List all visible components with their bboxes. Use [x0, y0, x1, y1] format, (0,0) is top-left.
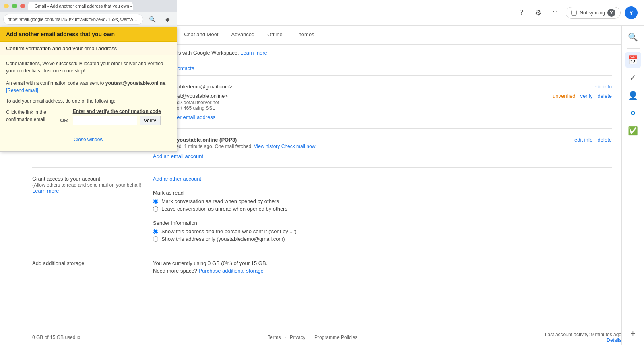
tab-chat[interactable]: Chat and Meet [178, 26, 225, 44]
terms-link[interactable]: Terms [268, 335, 281, 340]
details-link[interactable]: Details [607, 337, 621, 343]
modal-verify-row: Click the link in the confirmation email… [6, 109, 171, 132]
policies-link[interactable]: Programme Policies [314, 335, 357, 340]
close-window-link[interactable]: Close window [74, 137, 103, 142]
modal-code-label: Enter and verify the confirmation code [73, 109, 171, 114]
edit-info-link-1[interactable]: edit info [593, 84, 612, 90]
modal-header-title: Add another email address that you own [6, 31, 171, 37]
header-right: ? ⚙ ∷ Not syncing Y Y [515, 6, 638, 19]
add-email-account-link[interactable]: Add an email account [153, 153, 203, 159]
check-email-content: youtest@youstable.online (POP3) Last che… [153, 137, 612, 159]
grant-access-label: Grant access to your account: (Allow oth… [32, 176, 153, 244]
sender-info-option-2: Show this address only (youstabledemo@gm… [153, 236, 612, 242]
sidebar-contacts-icon[interactable]: 👤 [625, 87, 641, 103]
not-syncing-label: Not syncing [580, 10, 605, 16]
modal-window: Add another email address that you own C… [0, 27, 177, 152]
mark-read-option-2: Leave conversation as unread when opened… [153, 206, 612, 212]
minimize-btn[interactable] [4, 4, 9, 8]
mark-as-read-group: Mark as read Mark conversation as read w… [153, 190, 612, 212]
sidebar-calendar-icon[interactable]: 📅 [625, 52, 641, 68]
footer-links: Terms · Privacy · Programme Policies [268, 335, 357, 340]
modal-header: Add another email address that you own [0, 27, 177, 42]
or-text: OR [60, 117, 68, 123]
grant-access-content: Add another account Mark as read Mark co… [153, 176, 612, 244]
maximize-btn[interactable] [12, 4, 17, 8]
confirmation-email: youtest@youstable.online [105, 80, 165, 86]
mark-as-read-label: Mark as read [153, 190, 612, 196]
sidebar-checklist-icon[interactable]: ✅ [625, 123, 641, 139]
or-line-top [64, 109, 64, 117]
sender-info-radio-2[interactable] [153, 236, 158, 242]
modal-confirmation-info: An email with a confirmation code was se… [6, 80, 171, 94]
sender-info-label: Sender information [153, 220, 612, 226]
user-avatar[interactable]: Y [625, 6, 638, 19]
verify-button[interactable]: Verify [140, 116, 161, 125]
verify-link[interactable]: verify [580, 93, 593, 99]
check-mail-now-link[interactable]: Check mail now [281, 144, 316, 149]
learn-more-link[interactable]: Learn more [240, 50, 267, 56]
confirmation-code-input[interactable] [73, 116, 137, 125]
avatar[interactable]: Y [607, 9, 615, 17]
mark-read-radio-2[interactable] [153, 206, 158, 212]
storage-label: Add additional storage: [32, 260, 153, 274]
pop3-delete-link[interactable]: delete [598, 137, 612, 143]
pop3-edit-link[interactable]: edit info [574, 137, 593, 143]
pop3-actions: edit info delete [574, 137, 612, 143]
modal-instruction: To add your email address, do one of the… [6, 97, 171, 105]
tab-themes[interactable]: Themes [289, 26, 321, 44]
close-btn[interactable] [20, 4, 25, 8]
tab-advanced[interactable]: Advanced [225, 26, 261, 44]
help-icon[interactable]: ? [515, 6, 528, 19]
modal-subheader: Confirm verification and add your email … [0, 42, 177, 55]
mark-read-option-1: Mark conversation as read when opened by… [153, 198, 612, 204]
sidebar-search-icon[interactable]: 🔍 [625, 29, 641, 45]
view-history-link[interactable]: View history [254, 144, 280, 149]
last-activity: Last account activity: 9 minutes ago Det… [545, 332, 621, 343]
browser-tab[interactable]: Gmail - Add another email address that y… [28, 2, 133, 10]
sidebar-divider-1 [627, 48, 640, 49]
modal-or: OR [60, 109, 68, 132]
sender-info-label-2: Show this address only (youstabledemo@gm… [161, 236, 285, 242]
sender-info-group: Sender information Show this address and… [153, 220, 612, 242]
not-syncing-badge[interactable]: Not syncing Y [566, 7, 621, 19]
mark-read-label-1: Mark conversation as read when opened by… [161, 198, 279, 204]
privacy-link[interactable]: Privacy [290, 335, 305, 340]
resend-email-link[interactable]: [Resend email] [6, 88, 38, 93]
settings-icon[interactable]: ⚙ [532, 6, 545, 19]
gmail-footer: 0 GB of 15 GB used ⧉ Terms · Privacy · P… [32, 329, 621, 345]
send-as-status-2: unverified [553, 93, 575, 99]
sender-info-label-1: Show this address and the person who sen… [161, 228, 297, 234]
send-as-row-2: mo <youtest@youstable.online> unverified… [153, 93, 612, 111]
tab-offline[interactable]: Offline [261, 26, 289, 44]
sender-info-radio-1[interactable] [153, 229, 158, 234]
purchase-storage-link[interactable]: Purchase additional storage [198, 268, 263, 274]
storage-section: Add additional storage: You are currentl… [32, 252, 612, 282]
add-another-account-link[interactable]: Add another account [153, 176, 201, 182]
apps-icon[interactable]: ∷ [549, 6, 561, 19]
grant-access-learn-more[interactable]: Learn more [32, 188, 59, 194]
sync-icon [571, 10, 577, 16]
modal-close-row: Close window [6, 132, 171, 146]
sidebar-divider-2 [627, 142, 640, 142]
modal-code-col: Enter and verify the confirmation code V… [73, 109, 171, 125]
storage-text: You are currently using 0 GB (0%) of you… [153, 260, 612, 266]
address-bar[interactable]: https://mail.google.com/mail/u/0/?ui=2&i… [3, 14, 143, 25]
delete-link-1[interactable]: delete [598, 93, 612, 99]
mark-read-radio-1[interactable] [153, 199, 158, 204]
send-as-via: rough: cloud2.defaultserver.net [153, 100, 612, 105]
or-line-bottom [64, 124, 64, 132]
pop3-email: youtest@youstable.online (POP3) [153, 137, 315, 143]
modal-click-col: Click the link in the confirmation email [6, 109, 55, 123]
storage-need-more: Need more space? Purchase additional sto… [153, 268, 612, 274]
sidebar-outlook-icon[interactable]: O [625, 105, 641, 121]
modal-code-row: Verify [73, 116, 171, 125]
sidebar-tasks-icon[interactable]: ✓ [625, 70, 641, 86]
modal-congrats: Congratulations, we've successfully loca… [6, 60, 171, 74]
grant-access-sublabel: (Allow others to read and send mail on y… [32, 182, 141, 188]
browser-extension-icon[interactable]: ◆ [161, 13, 174, 26]
storage-content: You are currently using 0 GB (0%) of you… [153, 260, 612, 274]
browser-search-icon[interactable]: 🔍 [146, 13, 159, 26]
add-email-account: Add an email account [153, 153, 612, 159]
modal-body: Congratulations, we've successfully loca… [0, 55, 177, 151]
sidebar-plus-icon[interactable]: + [625, 326, 641, 342]
